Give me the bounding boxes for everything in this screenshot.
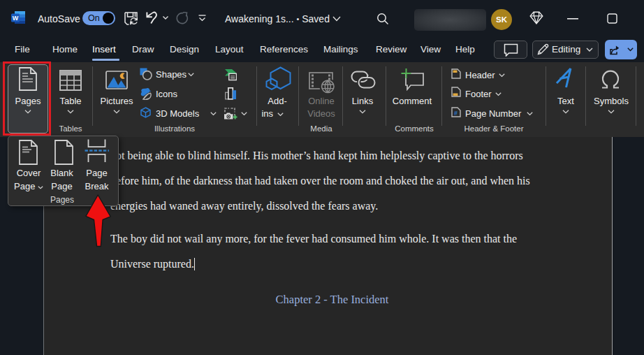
svg-text:W: W bbox=[13, 15, 19, 22]
svg-text:#: # bbox=[454, 110, 458, 117]
